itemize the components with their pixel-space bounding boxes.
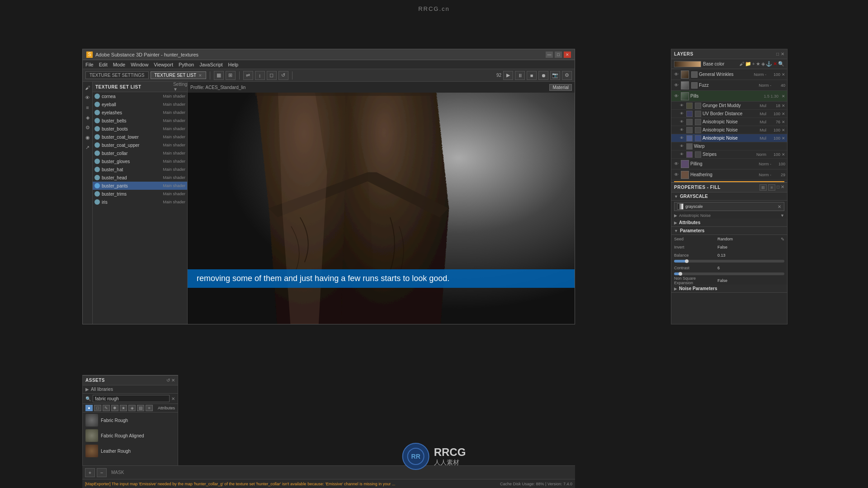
menu-mode[interactable]: Mode bbox=[113, 62, 126, 67]
mode-btn-2[interactable]: ↕ bbox=[255, 71, 265, 80]
sub-close-icon[interactable]: ✕ bbox=[782, 103, 785, 108]
search-input[interactable] bbox=[93, 395, 170, 402]
sub-layer-vis[interactable]: 👁 bbox=[679, 119, 685, 125]
asset-item-leather-rough[interactable]: Leather Rough bbox=[83, 443, 178, 459]
sub-close-icon[interactable]: ✕ bbox=[782, 120, 785, 124]
sub-layer-vis[interactable]: 👁 bbox=[679, 143, 685, 150]
tab-texture-set-list[interactable]: TEXTURE SET LIST ✕ bbox=[151, 71, 206, 79]
texture-item-buster-trims[interactable]: buster_trims Main shader bbox=[93, 190, 187, 198]
stop-btn[interactable]: ■ bbox=[527, 71, 537, 80]
texture-item-eyelashes[interactable]: eyelashes Main shader bbox=[93, 108, 187, 117]
layers-expand-btn[interactable]: □ bbox=[776, 52, 779, 56]
layer-fuzz[interactable]: 👁 Fuzz Norm - 40 bbox=[671, 80, 787, 91]
noise-section-header[interactable]: ▶ Noise Parameters bbox=[671, 285, 787, 293]
filter-brush-btn[interactable]: ✎ bbox=[103, 405, 110, 411]
layer-visibility-icon[interactable]: 👁 bbox=[673, 172, 679, 178]
texture-item-buster-head[interactable]: buster_head Main shader bbox=[93, 174, 187, 182]
tool-export[interactable]: ↗ bbox=[84, 143, 92, 151]
grayscale-item[interactable]: grayscale ✕ bbox=[674, 202, 784, 211]
grayscale-sub-dropdown-icon[interactable]: ▼ bbox=[780, 213, 784, 218]
texture-item-buster-pants[interactable]: buster_pants Main shader bbox=[93, 182, 187, 190]
sub-layer-vis[interactable]: 👁 bbox=[679, 135, 685, 141]
texture-item-buster-hat[interactable]: buster_hat Main shader bbox=[93, 165, 187, 174]
grayscale-section-header[interactable]: ▼ GRAYSCALE bbox=[671, 192, 787, 201]
tool-settings[interactable]: ⚙ bbox=[84, 123, 92, 131]
menu-help[interactable]: Help bbox=[228, 62, 239, 67]
view-grid-btn[interactable]: ⊞ bbox=[226, 71, 236, 80]
texture-item-iris[interactable]: iris Main shader bbox=[93, 198, 187, 206]
layer-expand-icon[interactable]: ✕ bbox=[782, 72, 785, 77]
sub-layer-stripes[interactable]: 👁 Stripes Norm 100 ✕ bbox=[671, 150, 787, 159]
viewport[interactable]: Profile: ACES_Standard_lin Material bbox=[188, 82, 575, 324]
props-list-btn[interactable]: ≡ bbox=[768, 184, 775, 191]
assets-close-icon[interactable]: ✕ bbox=[171, 378, 175, 383]
grayscale-remove-icon[interactable]: ✕ bbox=[778, 204, 781, 209]
play-btn[interactable]: ▶ bbox=[503, 71, 513, 80]
layer-visibility-icon[interactable]: 👁 bbox=[673, 93, 679, 99]
layer-pills[interactable]: 👁 Pills 1.5 1.30 ✕ bbox=[671, 91, 787, 102]
texture-item-buster-belts[interactable]: buster_belts Main shader bbox=[93, 117, 187, 125]
layer-visibility-icon[interactable]: 👁 bbox=[673, 82, 679, 89]
tool-eye[interactable]: 👁 bbox=[84, 94, 92, 102]
layer-add-btn[interactable]: + bbox=[85, 468, 95, 477]
tool-render[interactable]: ◉ bbox=[84, 133, 92, 141]
settings-label[interactable]: Settings ▼ bbox=[178, 84, 184, 90]
filter-effect-btn[interactable]: ★ bbox=[120, 405, 127, 411]
sub-layer-uv-border[interactable]: 👁 UV Border Distance Mul 100 ✕ bbox=[671, 110, 787, 118]
search-clear-icon[interactable]: ✕ bbox=[171, 396, 175, 401]
minimize-button[interactable]: — bbox=[546, 52, 553, 58]
contrast-slider[interactable] bbox=[674, 272, 784, 275]
sub-layer-grunge[interactable]: 👁 Grunge Dirt Muddy Mul 18 ✕ bbox=[671, 102, 787, 110]
filter-all-btn[interactable]: ● bbox=[85, 405, 93, 411]
layer-visibility-icon[interactable]: 👁 bbox=[673, 71, 679, 78]
filter-particle-btn[interactable]: ✱ bbox=[111, 405, 118, 411]
sub-layer-warp[interactable]: 👁 Warp bbox=[671, 142, 787, 150]
filter-list-btn[interactable]: ≡ bbox=[146, 405, 153, 411]
menu-viewport[interactable]: Viewport bbox=[154, 62, 173, 67]
view-single-btn[interactable]: ▦ bbox=[214, 71, 224, 80]
filter-texture-btn[interactable]: □ bbox=[94, 405, 101, 411]
filter-gradient-btn[interactable]: ▤ bbox=[137, 405, 144, 411]
seed-edit-icon[interactable]: ✎ bbox=[781, 237, 784, 242]
menu-javascript[interactable]: JavaScript bbox=[199, 62, 222, 67]
sub-layer-vis[interactable]: 👁 bbox=[679, 103, 685, 109]
tool-assets[interactable]: ◈ bbox=[84, 113, 92, 122]
texture-item-eyeball[interactable]: eyeball Main shader bbox=[93, 100, 187, 108]
menu-edit[interactable]: Edit bbox=[99, 62, 108, 67]
asset-item-fabric-rough-aligned[interactable]: Fabric Rough Aligned bbox=[83, 428, 178, 443]
sub-close-icon[interactable]: ✕ bbox=[782, 152, 785, 157]
sub-layer-vis[interactable]: 👁 bbox=[679, 111, 685, 117]
sub-layer-vis[interactable]: 👁 bbox=[679, 127, 685, 133]
texture-item-buster-collar[interactable]: buster_collar Main shader bbox=[93, 149, 187, 157]
material-btn[interactable]: Material bbox=[549, 84, 572, 91]
mode-btn-1[interactable]: ⇌ bbox=[243, 71, 253, 80]
tab-close-icon[interactable]: ✕ bbox=[198, 73, 202, 78]
settings-btn[interactable]: ⚙ bbox=[562, 71, 572, 80]
props-close-btn[interactable]: ✕ bbox=[781, 184, 784, 191]
sub-layer-anisotropic-1[interactable]: 👁 Anisotropic Noise Mul 76 ✕ bbox=[671, 118, 787, 126]
menu-python[interactable]: Python bbox=[179, 62, 194, 67]
layer-del-btn[interactable]: − bbox=[97, 468, 107, 477]
texture-item-cornea[interactable]: cornea Main shader bbox=[93, 92, 187, 100]
props-expand-btn[interactable]: □ bbox=[777, 184, 779, 191]
tool-paint[interactable]: 🖌 bbox=[84, 84, 92, 92]
sub-layer-vis[interactable]: 👁 bbox=[679, 151, 685, 158]
pause-btn[interactable]: ⏸ bbox=[515, 71, 525, 80]
layer-expand-icon[interactable]: ✕ bbox=[782, 94, 785, 99]
cam-btn[interactable]: 📷 bbox=[550, 71, 560, 80]
delete-icon[interactable]: ✕ bbox=[773, 61, 777, 67]
tab-texture-set-settings[interactable]: TEXTURE SET SETTINGS bbox=[85, 71, 149, 79]
menu-file[interactable]: File bbox=[85, 62, 94, 67]
texture-item-buster-gloves[interactable]: buster_gloves Main shader bbox=[93, 157, 187, 165]
mode-btn-4[interactable]: ↺ bbox=[278, 71, 288, 80]
layer-pilling[interactable]: 👁 Pilling Norm - 100 bbox=[671, 159, 787, 169]
asset-item-fabric-rough[interactable]: Fabric Rough bbox=[83, 413, 178, 428]
texture-item-buster-boots[interactable]: buster_boots Main shader bbox=[93, 125, 187, 133]
texture-item-buster-coat-upper[interactable]: buster_coat_upper Main shader bbox=[93, 141, 187, 149]
rec-btn[interactable]: ⏺ bbox=[538, 71, 548, 80]
sub-layer-anisotropic-3[interactable]: 👁 Anisotropic Noise Mul 100 ✕ bbox=[671, 134, 787, 142]
sub-close-icon[interactable]: ✕ bbox=[782, 136, 785, 141]
layer-visibility-icon[interactable]: 👁 bbox=[673, 161, 679, 167]
menu-window[interactable]: Window bbox=[131, 62, 148, 67]
attributes-section-header[interactable]: ▶ Attributes bbox=[671, 219, 787, 227]
